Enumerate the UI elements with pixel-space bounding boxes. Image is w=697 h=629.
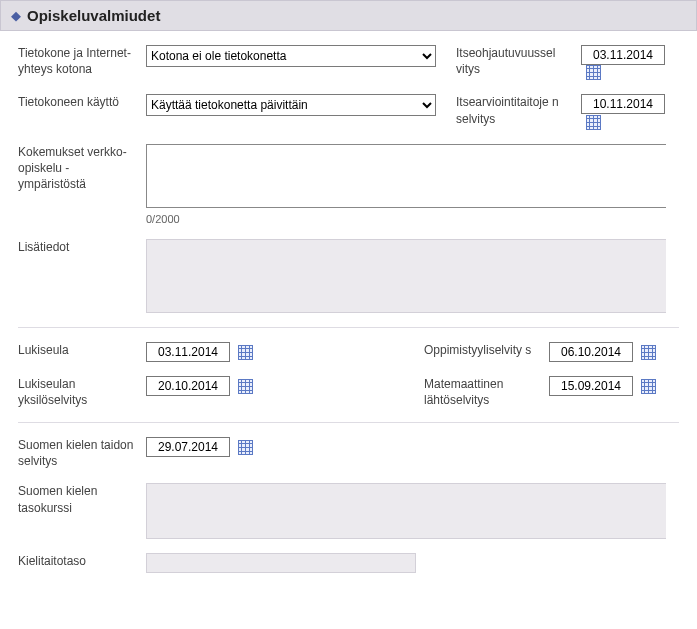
finnish-skill-label: Suomen kielen taidon selvitys — [18, 437, 146, 469]
computer-home-select[interactable]: Kotona ei ole tietokonetta — [146, 45, 436, 67]
language-level-label: Kielitaitotaso — [18, 553, 146, 569]
calendar-icon[interactable] — [641, 379, 656, 394]
page-title: Opiskeluvalmiudet — [27, 7, 160, 24]
lukiseula-yks-label: Lukiseulan yksilöselvitys — [18, 376, 146, 408]
math-date[interactable] — [549, 376, 633, 396]
finnish-level-label: Suomen kielen tasokurssi — [18, 483, 146, 515]
extra-readonly — [146, 239, 666, 313]
lukiseula-label: Lukiseula — [18, 342, 146, 358]
computer-use-select[interactable]: Käyttää tietokonetta päivittäin — [146, 94, 436, 116]
finnish-level-readonly — [146, 483, 666, 539]
extra-label: Lisätiedot — [18, 239, 146, 255]
computer-use-label: Tietokoneen käyttö — [18, 94, 146, 110]
self-assessment-label: Itsearviointitaitoje n selvitys — [456, 94, 581, 126]
calendar-icon[interactable] — [641, 345, 656, 360]
calendar-icon[interactable] — [238, 345, 253, 360]
calendar-icon[interactable] — [238, 440, 253, 455]
lukiseula-date[interactable] — [146, 342, 230, 362]
math-label: Matemaattinen lähtöselvitys — [424, 376, 549, 408]
experience-label: Kokemukset verkko-opiskelu -ympäristöstä — [18, 144, 146, 193]
experience-textarea[interactable] — [146, 144, 666, 208]
collapse-icon[interactable]: ◆ — [11, 9, 21, 22]
learning-style-label: Oppimistyyliselvity s — [424, 342, 549, 358]
computer-home-label: Tietokone ja Internet-yhteys kotona — [18, 45, 146, 77]
form-content: Tietokone ja Internet-yhteys kotona Koto… — [0, 31, 697, 587]
self-direction-date[interactable] — [581, 45, 665, 65]
self-assessment-date[interactable] — [581, 94, 665, 114]
calendar-icon[interactable] — [238, 379, 253, 394]
language-level-readonly — [146, 553, 416, 573]
calendar-icon[interactable] — [586, 65, 601, 80]
experience-counter: 0/2000 — [146, 213, 679, 225]
finnish-skill-date[interactable] — [146, 437, 230, 457]
separator — [18, 422, 679, 423]
self-direction-label: Itseohjautuvuussel vitys — [456, 45, 581, 77]
calendar-icon[interactable] — [586, 115, 601, 130]
separator — [18, 327, 679, 328]
lukiseula-yks-date[interactable] — [146, 376, 230, 396]
section-header: ◆ Opiskeluvalmiudet — [0, 0, 697, 31]
learning-style-date[interactable] — [549, 342, 633, 362]
